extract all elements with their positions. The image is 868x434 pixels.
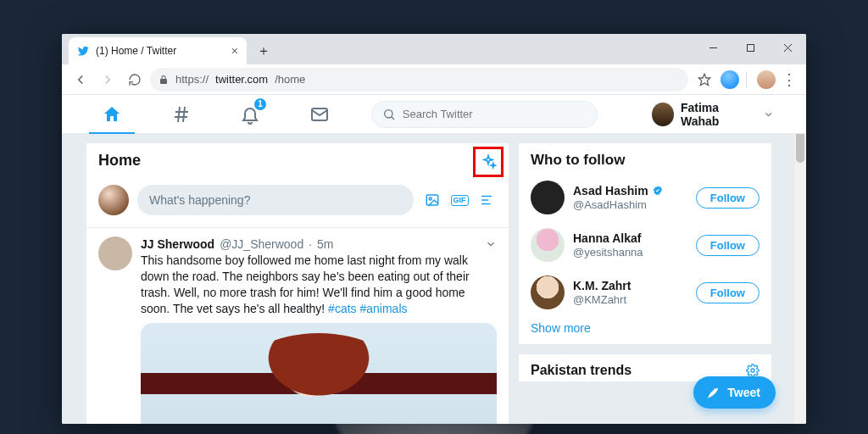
user-handle: @yesitshanna	[573, 246, 643, 259]
tweet-author-name[interactable]: JJ Sherwood	[141, 236, 214, 253]
address-bar: https://twitter.com/home ⋮	[62, 64, 806, 95]
tweet-hashtags[interactable]: #cats #animals	[328, 302, 407, 315]
tab-close-icon[interactable]: ×	[231, 44, 238, 58]
svg-point-17	[751, 369, 754, 372]
chevron-down-icon	[763, 108, 774, 120]
columns: Home What's happening?	[62, 134, 806, 424]
svg-marker-4	[698, 74, 709, 85]
top-tweets-toggle[interactable]	[473, 147, 504, 177]
verified-icon	[652, 185, 664, 197]
browser-window: (1) Home / Twitter × ＋ https://twitter.c…	[62, 34, 806, 424]
browser-tab-active[interactable]: (1) Home / Twitter ×	[69, 37, 247, 64]
compose-avatar	[98, 185, 129, 215]
trends-settings-icon[interactable]	[746, 364, 760, 377]
tweet-avatar[interactable]	[98, 236, 132, 270]
envelope-icon	[309, 104, 330, 125]
tweet[interactable]: JJ Sherwood @JJ_Sherwood · 5m This hands…	[86, 228, 509, 424]
account-name: Fatima Wahab	[681, 101, 756, 128]
tweet-header: JJ Sherwood @JJ_Sherwood · 5m	[141, 236, 497, 253]
feather-icon	[705, 385, 721, 400]
user-avatar	[531, 275, 565, 309]
svg-point-13	[429, 198, 431, 200]
svg-line-11	[391, 116, 393, 119]
user-name: Asad Hashim	[573, 184, 664, 198]
lock-icon	[159, 75, 169, 85]
nav-home[interactable]	[94, 95, 130, 134]
add-gif-icon[interactable]: GIF	[449, 190, 470, 210]
user-name: K.M. Zahrt	[573, 279, 631, 293]
omnibox[interactable]: https://twitter.com/home	[150, 68, 688, 92]
svg-rect-1	[747, 44, 754, 51]
separator	[746, 71, 747, 88]
tweet-menu-caret[interactable]	[485, 238, 497, 250]
twitter-top-nav: 1 Fatima Wahab	[62, 95, 806, 134]
extension-icon[interactable]	[721, 70, 739, 89]
tweet-text: This handsome boy followed me home last …	[141, 253, 497, 317]
forward-button[interactable]	[96, 68, 120, 92]
suggested-user[interactable]: Hanna Alkaf @yesitshanna Follow	[531, 221, 760, 269]
bookmark-star-icon[interactable]	[695, 70, 714, 89]
compose-tweet-fab[interactable]: Tweet	[693, 376, 776, 409]
nav-notifications[interactable]: 1	[232, 95, 268, 134]
url-domain: twitter.com	[215, 73, 268, 86]
compose-input[interactable]: What's happening?	[137, 185, 414, 215]
compose-media-icons: GIF	[422, 190, 497, 210]
follow-button[interactable]: Follow	[696, 282, 760, 303]
follow-button[interactable]: Follow	[696, 235, 760, 256]
who-to-follow-card: Who to follow Asad Hashim @AsadHashim Fo…	[518, 142, 772, 345]
new-tab-button[interactable]: ＋	[252, 39, 275, 63]
who-to-follow-title: Who to follow	[531, 152, 760, 169]
suggested-user[interactable]: Asad Hashim @AsadHashim Follow	[531, 174, 760, 221]
nav-explore[interactable]	[164, 95, 199, 134]
profile-avatar-icon[interactable]	[757, 70, 776, 89]
timeline-column: Home What's happening?	[86, 142, 509, 424]
timeline-header: Home	[86, 143, 509, 178]
page-content: 1 Fatima Wahab Home	[62, 95, 806, 424]
tweet-timestamp[interactable]: 5m	[317, 236, 333, 253]
window-minimize-button[interactable]	[694, 34, 732, 61]
sparkle-icon	[480, 153, 497, 170]
hash-icon	[171, 104, 192, 125]
user-avatar	[531, 228, 565, 262]
user-name: Hanna Alkaf	[573, 231, 643, 246]
search-input[interactable]	[403, 108, 587, 120]
follow-button[interactable]: Follow	[696, 187, 760, 209]
add-image-icon[interactable]	[422, 190, 442, 210]
search-icon	[382, 108, 396, 121]
window-controls	[694, 34, 806, 61]
reload-button[interactable]	[123, 68, 147, 92]
url-scheme: https://	[175, 73, 209, 86]
compose-box: What's happening? GIF	[86, 178, 509, 228]
notification-badge: 1	[254, 98, 266, 110]
tab-title: (1) Home / Twitter	[96, 45, 176, 57]
user-avatar	[531, 181, 565, 214]
show-more-link[interactable]: Show more	[531, 316, 591, 335]
browser-menu-button[interactable]: ⋮	[779, 70, 799, 89]
nav-messages[interactable]	[302, 95, 337, 134]
tweet-author-handle[interactable]: @JJ_Sherwood	[220, 236, 303, 253]
tab-strip: (1) Home / Twitter × ＋	[62, 34, 806, 64]
tweet-image[interactable]	[141, 323, 497, 424]
home-icon	[102, 104, 122, 125]
trends-title: Pakistan trends	[531, 363, 632, 378]
twitter-favicon	[77, 45, 89, 57]
back-button[interactable]	[69, 68, 92, 92]
tweet-sep: ·	[309, 236, 312, 253]
account-switcher[interactable]: Fatima Wahab	[652, 101, 774, 128]
tweet-body: JJ Sherwood @JJ_Sherwood · 5m This hands…	[141, 236, 497, 424]
url-path: /home	[275, 73, 305, 86]
fab-label: Tweet	[727, 386, 760, 399]
compose-placeholder: What's happening?	[149, 193, 250, 207]
user-handle: @KMZahrt	[573, 293, 631, 307]
account-avatar	[652, 103, 674, 126]
timeline-title: Home	[98, 152, 141, 170]
window-close-button[interactable]	[769, 34, 806, 61]
window-maximize-button[interactable]	[732, 34, 769, 61]
user-handle: @AsadHashim	[573, 198, 664, 212]
svg-point-10	[384, 109, 392, 117]
add-poll-icon[interactable]	[476, 190, 497, 210]
svg-line-7	[178, 107, 180, 122]
suggested-user[interactable]: K.M. Zahrt @KMZahrt Follow	[531, 269, 760, 316]
svg-rect-12	[426, 195, 438, 205]
search-box[interactable]	[371, 101, 598, 128]
